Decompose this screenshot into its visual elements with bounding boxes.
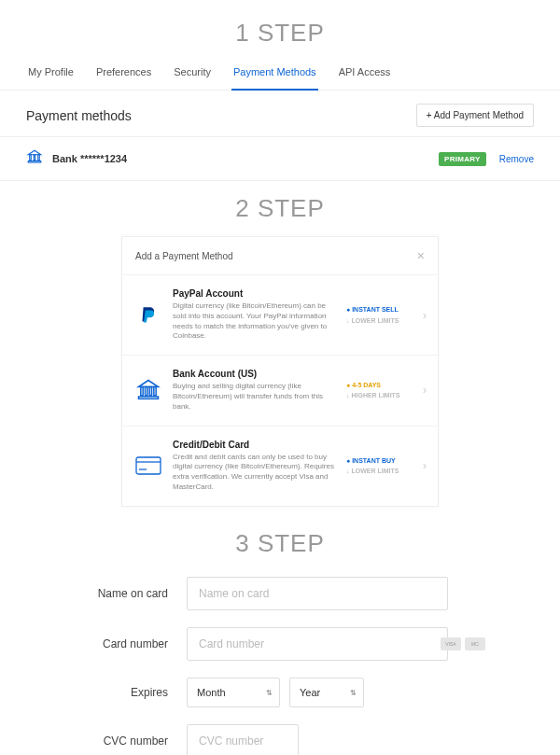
- svg-rect-2: [38, 155, 40, 161]
- svg-rect-0: [30, 155, 32, 161]
- name-on-card-input[interactable]: [187, 577, 448, 610]
- card-icon: [133, 456, 163, 475]
- chevron-right-icon: ›: [423, 459, 427, 472]
- payment-method-name: Bank ******1234: [52, 153, 127, 164]
- card-number-input[interactable]: [187, 627, 448, 661]
- card-form: Name on card Card number VISA MC Expires…: [65, 577, 495, 755]
- cvc-label: CVC number: [65, 734, 187, 748]
- settings-tabs: My ProfilePreferencesSecurityPayment Met…: [0, 57, 560, 91]
- bank-icon: [133, 377, 163, 403]
- option-tags: ● INSTANT BUY↓ LOWER LIMITS: [346, 455, 413, 476]
- payment-method-row: Bank ******1234 PRIMARY Remove: [0, 136, 560, 181]
- option-title: Credit/Debit Card: [173, 440, 337, 450]
- option-tags: ● 4-5 DAYS↓ HIGHER LIMITS: [346, 380, 413, 400]
- tab-payment-methods[interactable]: Payment Methods: [231, 57, 318, 91]
- payment-option-bank[interactable]: Bank Account (US)Buying and selling digi…: [122, 355, 438, 425]
- svg-rect-1: [34, 155, 35, 161]
- option-title: Bank Account (US): [173, 369, 337, 379]
- option-description: Credit and debit cards can only be used …: [173, 453, 337, 493]
- payment-option-paypal[interactable]: PayPal AccountDigital currency (like Bit…: [122, 274, 438, 355]
- paypal-icon: [133, 303, 163, 328]
- tab-api-access[interactable]: API Access: [337, 57, 393, 90]
- option-description: Buying and selling digital currency (lik…: [173, 382, 337, 412]
- tab-my-profile[interactable]: My Profile: [26, 57, 76, 90]
- card-number-label: Card number: [65, 637, 187, 650]
- add-payment-method-modal: Add a Payment Method × PayPal AccountDig…: [121, 236, 439, 507]
- expires-label: Expires: [65, 686, 187, 699]
- option-description: Digital currency (like Bitcoin/Ethereum)…: [173, 301, 337, 342]
- bank-icon: [26, 148, 43, 169]
- remove-link[interactable]: Remove: [499, 154, 534, 164]
- tab-security[interactable]: Security: [172, 57, 213, 90]
- svg-rect-7: [154, 387, 156, 396]
- accepted-cards-icon: VISA MC: [441, 637, 485, 650]
- name-on-card-label: Name on card: [65, 587, 187, 600]
- chevron-right-icon: ›: [423, 309, 427, 322]
- svg-rect-4: [141, 387, 143, 396]
- tab-preferences[interactable]: Preferences: [94, 57, 153, 90]
- expiry-year-select[interactable]: Year: [289, 678, 364, 707]
- option-tags: ● INSTANT SELL↓ LOWER LIMITS: [346, 304, 413, 325]
- close-icon[interactable]: ×: [417, 248, 425, 263]
- svg-rect-5: [146, 387, 147, 396]
- cvc-input[interactable]: [187, 724, 299, 755]
- option-title: PayPal Account: [173, 288, 337, 299]
- step-3-heading: 3 STEP: [0, 529, 560, 558]
- step-2-heading: 2 STEP: [0, 194, 560, 223]
- svg-rect-8: [139, 397, 159, 398]
- chevron-right-icon: ›: [423, 384, 427, 397]
- add-payment-method-button[interactable]: + Add Payment Method: [416, 104, 534, 127]
- payment-methods-title: Payment methods: [26, 108, 132, 123]
- svg-rect-9: [136, 457, 161, 474]
- primary-badge: PRIMARY: [439, 152, 486, 166]
- modal-title: Add a Payment Method: [135, 251, 233, 261]
- svg-rect-3: [28, 161, 41, 163]
- step-1-heading: 1 STEP: [0, 19, 560, 48]
- svg-rect-6: [149, 387, 151, 396]
- payment-option-card[interactable]: Credit/Debit CardCredit and debit cards …: [122, 426, 438, 506]
- expiry-month-select[interactable]: Month: [187, 678, 280, 707]
